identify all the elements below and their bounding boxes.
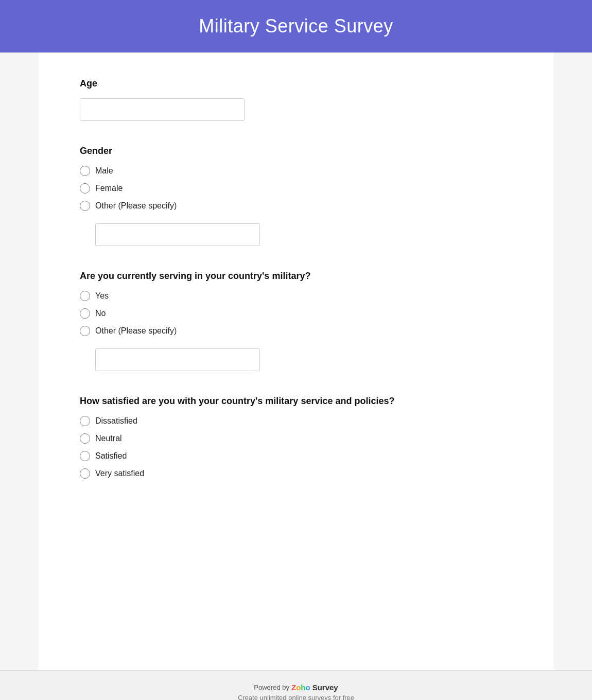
gender-radio-female[interactable] bbox=[80, 183, 90, 194]
satisfaction-neutral-label: Neutral bbox=[95, 434, 122, 443]
gender-female-label: Female bbox=[95, 184, 123, 193]
powered-by-text: Powered by bbox=[254, 684, 289, 691]
gender-option-male[interactable]: Male bbox=[80, 166, 512, 176]
satisfaction-radio-group: Dissatisfied Neutral Satisfied Very sati… bbox=[80, 416, 512, 479]
footer-tagline: Create unlimited online surveys for free bbox=[10, 694, 582, 700]
gender-other-label: Other (Please specify) bbox=[95, 201, 177, 211]
gender-option-female[interactable]: Female bbox=[80, 183, 512, 194]
gender-question: Gender Male Female Other (Please specify… bbox=[80, 146, 512, 246]
military-no-label: No bbox=[95, 309, 106, 318]
satisfaction-radio-very-satisfied[interactable] bbox=[80, 468, 90, 479]
satisfaction-dissatisfied-label: Dissatisfied bbox=[95, 416, 137, 426]
satisfaction-satisfied-label: Satisfied bbox=[95, 451, 127, 461]
zoho-o2: o bbox=[305, 683, 310, 692]
satisfaction-option-dissatisfied[interactable]: Dissatisfied bbox=[80, 416, 512, 426]
gender-radio-other[interactable] bbox=[80, 201, 90, 211]
page-title: Military Service Survey bbox=[10, 15, 582, 37]
satisfaction-label: How satisfied are you with your country'… bbox=[80, 396, 512, 407]
gender-radio-group: Male Female Other (Please specify) bbox=[80, 166, 512, 246]
gender-option-other[interactable]: Other (Please specify) bbox=[80, 201, 512, 211]
military-other-input[interactable] bbox=[95, 348, 260, 371]
satisfaction-very-satisfied-label: Very satisfied bbox=[95, 469, 144, 478]
age-question: Age bbox=[80, 78, 512, 121]
zoho-h: h bbox=[301, 683, 305, 692]
survey-body: Age Gender Male Female Other (Please spe… bbox=[39, 52, 553, 670]
military-radio-other[interactable] bbox=[80, 326, 90, 336]
footer-powered-row: Powered by Zoho Survey bbox=[10, 683, 582, 692]
military-other-input-wrapper bbox=[95, 348, 512, 371]
military-option-yes[interactable]: Yes bbox=[80, 291, 512, 301]
zoho-logo: Zoho bbox=[291, 683, 310, 692]
gender-male-label: Male bbox=[95, 166, 113, 176]
military-label: Are you currently serving in your countr… bbox=[80, 271, 512, 282]
age-label: Age bbox=[80, 78, 512, 89]
military-other-label: Other (Please specify) bbox=[95, 326, 177, 336]
satisfaction-radio-neutral[interactable] bbox=[80, 433, 90, 444]
satisfaction-radio-dissatisfied[interactable] bbox=[80, 416, 90, 426]
age-input[interactable] bbox=[80, 98, 245, 121]
satisfaction-radio-satisfied[interactable] bbox=[80, 451, 90, 461]
survey-text: Survey bbox=[312, 683, 338, 692]
page-footer: Powered by Zoho Survey Create unlimited … bbox=[0, 670, 592, 700]
military-yes-label: Yes bbox=[95, 291, 109, 301]
satisfaction-option-satisfied[interactable]: Satisfied bbox=[80, 451, 512, 461]
zoho-o: o bbox=[296, 683, 301, 692]
military-radio-no[interactable] bbox=[80, 308, 90, 319]
military-option-other[interactable]: Other (Please specify) bbox=[80, 326, 512, 336]
gender-other-input-wrapper bbox=[95, 223, 512, 246]
military-question: Are you currently serving in your countr… bbox=[80, 271, 512, 371]
military-option-no[interactable]: No bbox=[80, 308, 512, 319]
satisfaction-question: How satisfied are you with your country'… bbox=[80, 396, 512, 479]
zoho-z: Z bbox=[291, 683, 296, 692]
military-radio-group: Yes No Other (Please specify) bbox=[80, 291, 512, 371]
page-header: Military Service Survey bbox=[0, 0, 592, 52]
gender-label: Gender bbox=[80, 146, 512, 156]
satisfaction-option-very-satisfied[interactable]: Very satisfied bbox=[80, 468, 512, 479]
military-radio-yes[interactable] bbox=[80, 291, 90, 301]
gender-other-input[interactable] bbox=[95, 223, 260, 246]
gender-radio-male[interactable] bbox=[80, 166, 90, 176]
satisfaction-option-neutral[interactable]: Neutral bbox=[80, 433, 512, 444]
